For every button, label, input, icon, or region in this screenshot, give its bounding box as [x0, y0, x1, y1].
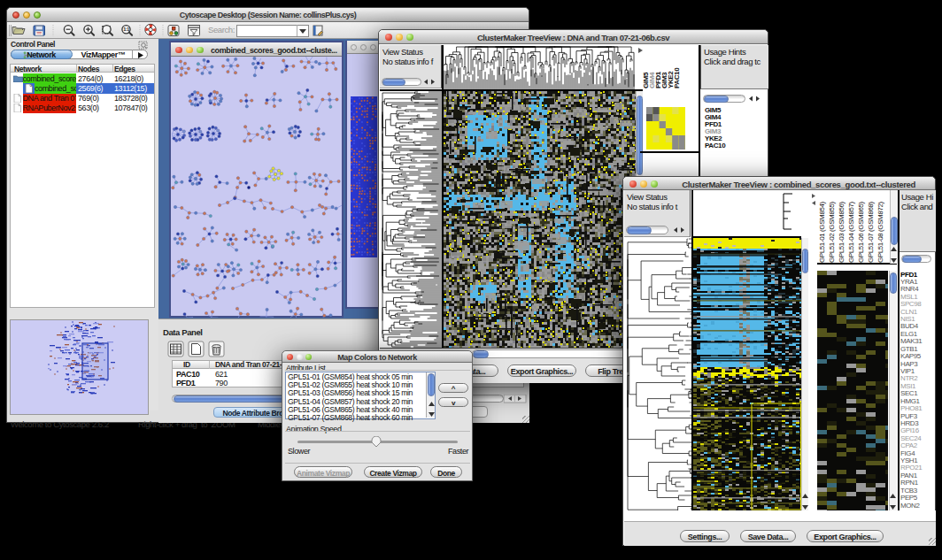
svg-text:GPL51-06 (GSM865): GPL51-06 (GSM865): [857, 201, 865, 263]
svg-text:1:1: 1:1: [123, 27, 129, 32]
svg-text:GPL51-07 (GSM868): GPL51-07 (GSM868): [867, 201, 875, 263]
svg-text:Search:: Search:: [208, 25, 235, 35]
svg-text:GPL51-02 (GSM855): GPL51-02 (GSM855): [828, 201, 836, 263]
svg-text:GPL51-08 (GSM872): GPL51-08 (GSM872): [876, 201, 884, 263]
svg-text:GPL51-01 (GSM854): GPL51-01 (GSM854): [818, 201, 826, 263]
svg-text:GPL51-03 (GSM856): GPL51-03 (GSM856): [838, 201, 845, 263]
svg-text:GPL51-04 (GSM857): GPL51-04 (GSM857): [847, 201, 855, 263]
svg-text:MON2: MON2: [900, 502, 920, 510]
svg-text:PAC10: PAC10: [673, 67, 681, 88]
